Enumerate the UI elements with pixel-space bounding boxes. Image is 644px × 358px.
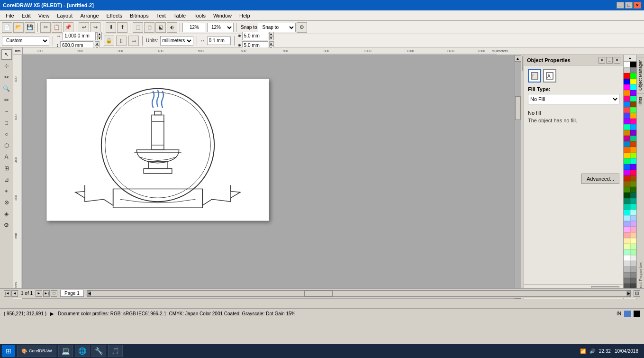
menu-help[interactable]: Help — [236, 12, 254, 19]
color-swatch[interactable] — [624, 107, 630, 113]
color-swatch[interactable] — [630, 221, 637, 227]
menu-layout[interactable]: Layout — [53, 12, 76, 19]
color-swatch[interactable] — [630, 232, 637, 238]
width-down-button[interactable]: ▼ — [97, 36, 102, 40]
outline-indicator[interactable] — [634, 311, 640, 317]
dim3-up-button[interactable]: ▲ — [269, 32, 274, 36]
dim3-down-button[interactable]: ▼ — [269, 36, 274, 40]
fill-type-dropdown[interactable]: No Fill Uniform Fill Fountain Fill Patte… — [528, 94, 619, 104]
page1-tab[interactable]: Page 1 — [60, 290, 84, 297]
color-swatch[interactable] — [630, 107, 637, 113]
color-swatch[interactable] — [630, 124, 637, 130]
copy-button[interactable]: 📋 — [52, 22, 62, 33]
color-swatch[interactable] — [624, 204, 630, 210]
color-indicator[interactable] — [624, 311, 631, 317]
lock-ratio-button[interactable]: 🔒 — [104, 36, 114, 46]
color-swatch[interactable] — [624, 113, 630, 119]
color-swatch[interactable] — [624, 79, 630, 84]
menu-bitmaps[interactable]: Bitmaps — [126, 12, 153, 19]
color-swatch[interactable] — [630, 210, 637, 215]
object-type-dropdown[interactable]: Custom — [2, 36, 49, 46]
color-swatch[interactable] — [630, 175, 637, 181]
color-swatch[interactable] — [630, 255, 637, 261]
color-swatch[interactable] — [624, 278, 630, 284]
export-button[interactable]: ⬆ — [117, 22, 127, 33]
page-options-button[interactable]: ⬚ — [133, 22, 143, 33]
color-swatch[interactable] — [624, 96, 630, 101]
panel-minimize-button[interactable]: _ — [606, 57, 613, 64]
color-swatch[interactable] — [630, 181, 637, 187]
import-button[interactable]: ⬇ — [106, 22, 116, 33]
color-swatch[interactable] — [624, 101, 630, 107]
color-swatch[interactable] — [630, 96, 637, 101]
prev-page-button[interactable]: ◄ — [11, 290, 18, 297]
color-swatch[interactable] — [624, 215, 630, 221]
color-swatch[interactable] — [624, 198, 630, 204]
scroll-right-button[interactable]: ► — [626, 291, 630, 296]
color-swatch[interactable] — [624, 244, 630, 249]
cut-button[interactable]: ✂ — [40, 22, 51, 33]
last-page-button[interactable]: ►| — [43, 290, 50, 297]
nudge-input[interactable] — [207, 37, 231, 45]
text-tool[interactable]: A — [1, 152, 12, 162]
color-swatch[interactable] — [630, 130, 637, 136]
taskbar-item-5[interactable]: 🎵 — [108, 345, 123, 357]
fill-tool[interactable]: ◈ — [1, 209, 12, 219]
color-swatch[interactable] — [630, 278, 637, 284]
horizontal-scrollbar[interactable]: ◄ ► — [87, 290, 631, 297]
open-button[interactable]: 📂 — [13, 22, 24, 33]
snap-options-button[interactable]: ⚙ — [297, 22, 307, 33]
height-up-button[interactable]: ▲ — [95, 41, 100, 46]
menu-tools[interactable]: Tools — [190, 12, 209, 19]
color-swatch[interactable] — [624, 187, 630, 193]
first-page-button[interactable]: |◄ — [4, 290, 10, 297]
freehand-tool[interactable]: ✏ — [1, 95, 12, 105]
landscape-button[interactable]: ▭ — [128, 36, 139, 46]
add-page-button[interactable]: □ — [51, 290, 57, 297]
blend-tool[interactable]: ⚙ — [1, 220, 12, 230]
dim3-input[interactable] — [242, 32, 268, 40]
scroll-thumb-horizontal[interactable] — [304, 291, 333, 296]
color-swatch[interactable] — [630, 79, 637, 84]
color-swatch[interactable] — [624, 272, 630, 278]
next-page-button[interactable]: ► — [36, 290, 42, 297]
color-swatch[interactable] — [624, 73, 630, 79]
color-swatch[interactable] — [624, 170, 630, 175]
color-swatch[interactable] — [624, 164, 630, 170]
crop-tool[interactable]: ✂ — [1, 72, 12, 83]
color-swatch[interactable] — [630, 204, 637, 210]
portrait-button[interactable]: ▯ — [116, 36, 127, 46]
color-swatch[interactable] — [624, 238, 630, 244]
table-tool[interactable]: ⊞ — [1, 163, 12, 174]
color-swatch[interactable] — [624, 266, 630, 272]
color-swatch[interactable] — [630, 73, 637, 79]
taskbar-item-3[interactable]: 🌐 — [75, 345, 90, 357]
color-swatch[interactable] — [624, 147, 630, 153]
color-swatch[interactable] — [630, 198, 637, 204]
color-swatch[interactable] — [624, 84, 630, 90]
color-swatch[interactable] — [624, 181, 630, 187]
save-button[interactable]: 💾 — [25, 22, 35, 33]
color-swatch[interactable] — [630, 113, 637, 119]
menu-window[interactable]: Window — [209, 12, 236, 19]
polygon-tool[interactable]: ⬡ — [1, 140, 12, 151]
color-swatch[interactable] — [624, 261, 630, 266]
color-swatch[interactable] — [624, 227, 630, 232]
menu-view[interactable]: View — [35, 12, 54, 19]
menu-effects[interactable]: Effects — [103, 12, 126, 19]
zoom-dropdown[interactable]: 12%25%50%100% — [207, 23, 234, 32]
ellipse-tool[interactable]: ○ — [1, 129, 12, 139]
parallel-tool[interactable]: ⊿ — [1, 174, 12, 185]
shape-tool[interactable]: ⊹ — [1, 61, 12, 71]
panel-expand-button[interactable]: « — [599, 57, 605, 64]
view-fit-button[interactable]: ⬖ — [167, 22, 177, 33]
color-swatch[interactable] — [630, 187, 637, 193]
color-swatch[interactable] — [630, 227, 637, 232]
units-dropdown[interactable]: millimetersinchespixels — [160, 36, 193, 46]
zoom-input[interactable]: 12% — [182, 23, 206, 32]
color-swatch[interactable] — [624, 62, 630, 67]
scroll-left-button[interactable]: ◄ — [87, 291, 91, 296]
color-swatch[interactable] — [630, 249, 637, 255]
zoom-fit-button[interactable]: ⊡ — [634, 290, 640, 297]
color-swatch[interactable] — [630, 147, 637, 153]
